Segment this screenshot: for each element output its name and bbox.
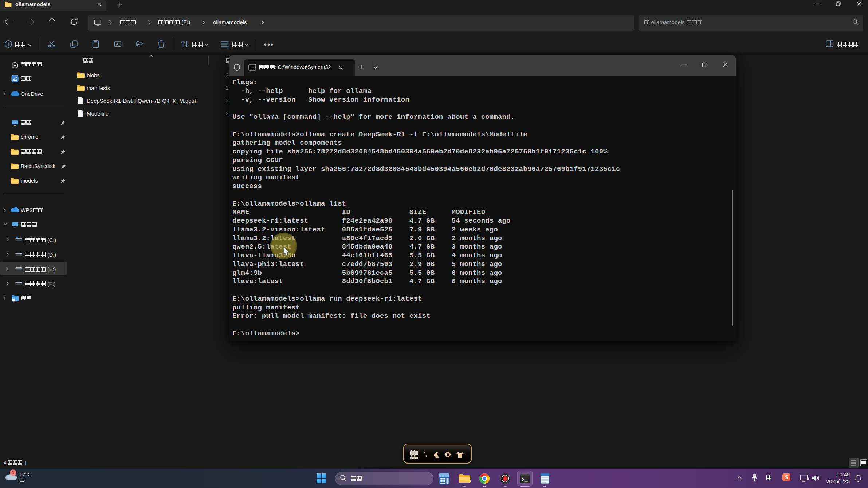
svg-text:C:\: C:\	[250, 66, 255, 70]
